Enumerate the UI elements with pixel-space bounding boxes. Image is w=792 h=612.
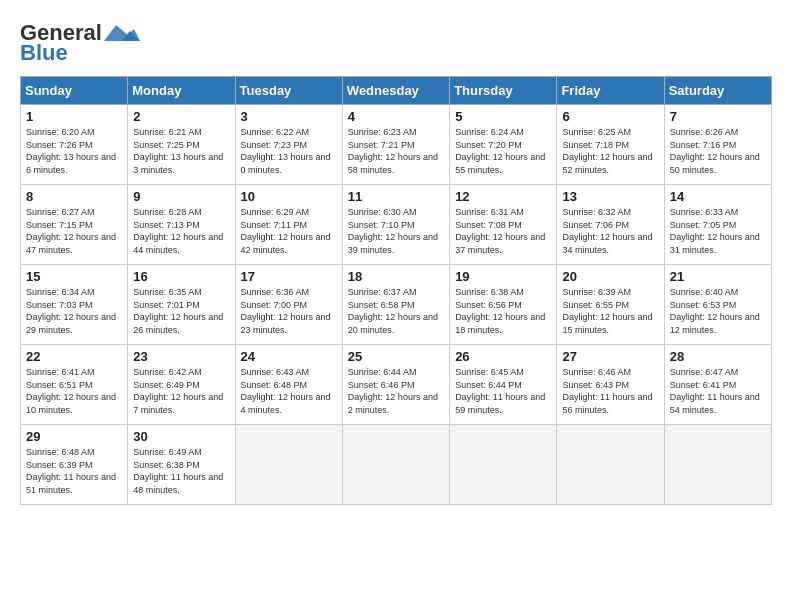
day-number: 5 (455, 109, 551, 124)
day-number: 11 (348, 189, 444, 204)
day-detail: Sunrise: 6:22 AM Sunset: 7:23 PM Dayligh… (241, 126, 337, 176)
day-detail: Sunrise: 6:39 AM Sunset: 6:55 PM Dayligh… (562, 286, 658, 336)
day-number: 10 (241, 189, 337, 204)
col-sunday: Sunday (21, 77, 128, 105)
day-number: 6 (562, 109, 658, 124)
day-number: 2 (133, 109, 229, 124)
day-detail: Sunrise: 6:24 AM Sunset: 7:20 PM Dayligh… (455, 126, 551, 176)
calendar-cell: 24 Sunrise: 6:43 AM Sunset: 6:48 PM Dayl… (235, 345, 342, 425)
day-detail: Sunrise: 6:20 AM Sunset: 7:26 PM Dayligh… (26, 126, 122, 176)
day-detail: Sunrise: 6:28 AM Sunset: 7:13 PM Dayligh… (133, 206, 229, 256)
day-number: 20 (562, 269, 658, 284)
day-number: 18 (348, 269, 444, 284)
day-detail: Sunrise: 6:33 AM Sunset: 7:05 PM Dayligh… (670, 206, 766, 256)
day-number: 17 (241, 269, 337, 284)
calendar-cell (235, 425, 342, 505)
day-number: 25 (348, 349, 444, 364)
day-detail: Sunrise: 6:47 AM Sunset: 6:41 PM Dayligh… (670, 366, 766, 416)
calendar-cell: 16 Sunrise: 6:35 AM Sunset: 7:01 PM Dayl… (128, 265, 235, 345)
calendar-cell: 15 Sunrise: 6:34 AM Sunset: 7:03 PM Dayl… (21, 265, 128, 345)
col-monday: Monday (128, 77, 235, 105)
calendar-week-row: 22 Sunrise: 6:41 AM Sunset: 6:51 PM Dayl… (21, 345, 772, 425)
col-saturday: Saturday (664, 77, 771, 105)
calendar-cell: 20 Sunrise: 6:39 AM Sunset: 6:55 PM Dayl… (557, 265, 664, 345)
day-detail: Sunrise: 6:48 AM Sunset: 6:39 PM Dayligh… (26, 446, 122, 496)
calendar-week-row: 1 Sunrise: 6:20 AM Sunset: 7:26 PM Dayli… (21, 105, 772, 185)
col-thursday: Thursday (450, 77, 557, 105)
calendar-cell: 5 Sunrise: 6:24 AM Sunset: 7:20 PM Dayli… (450, 105, 557, 185)
logo-icon (104, 21, 140, 45)
calendar-cell: 7 Sunrise: 6:26 AM Sunset: 7:16 PM Dayli… (664, 105, 771, 185)
day-detail: Sunrise: 6:26 AM Sunset: 7:16 PM Dayligh… (670, 126, 766, 176)
day-number: 23 (133, 349, 229, 364)
calendar-cell: 8 Sunrise: 6:27 AM Sunset: 7:15 PM Dayli… (21, 185, 128, 265)
day-number: 8 (26, 189, 122, 204)
day-detail: Sunrise: 6:49 AM Sunset: 6:38 PM Dayligh… (133, 446, 229, 496)
day-detail: Sunrise: 6:36 AM Sunset: 7:00 PM Dayligh… (241, 286, 337, 336)
day-number: 4 (348, 109, 444, 124)
calendar-cell: 22 Sunrise: 6:41 AM Sunset: 6:51 PM Dayl… (21, 345, 128, 425)
day-number: 21 (670, 269, 766, 284)
day-detail: Sunrise: 6:29 AM Sunset: 7:11 PM Dayligh… (241, 206, 337, 256)
calendar-week-row: 15 Sunrise: 6:34 AM Sunset: 7:03 PM Dayl… (21, 265, 772, 345)
calendar-cell: 29 Sunrise: 6:48 AM Sunset: 6:39 PM Dayl… (21, 425, 128, 505)
calendar-cell: 27 Sunrise: 6:46 AM Sunset: 6:43 PM Dayl… (557, 345, 664, 425)
day-detail: Sunrise: 6:42 AM Sunset: 6:49 PM Dayligh… (133, 366, 229, 416)
calendar-cell (664, 425, 771, 505)
day-number: 22 (26, 349, 122, 364)
calendar-cell: 19 Sunrise: 6:38 AM Sunset: 6:56 PM Dayl… (450, 265, 557, 345)
day-number: 27 (562, 349, 658, 364)
calendar-cell: 13 Sunrise: 6:32 AM Sunset: 7:06 PM Dayl… (557, 185, 664, 265)
day-detail: Sunrise: 6:32 AM Sunset: 7:06 PM Dayligh… (562, 206, 658, 256)
col-wednesday: Wednesday (342, 77, 449, 105)
calendar-cell: 21 Sunrise: 6:40 AM Sunset: 6:53 PM Dayl… (664, 265, 771, 345)
day-number: 14 (670, 189, 766, 204)
day-number: 7 (670, 109, 766, 124)
day-detail: Sunrise: 6:46 AM Sunset: 6:43 PM Dayligh… (562, 366, 658, 416)
logo: General Blue (20, 20, 140, 66)
day-detail: Sunrise: 6:21 AM Sunset: 7:25 PM Dayligh… (133, 126, 229, 176)
calendar-week-row: 29 Sunrise: 6:48 AM Sunset: 6:39 PM Dayl… (21, 425, 772, 505)
day-number: 9 (133, 189, 229, 204)
day-detail: Sunrise: 6:34 AM Sunset: 7:03 PM Dayligh… (26, 286, 122, 336)
day-number: 3 (241, 109, 337, 124)
day-number: 30 (133, 429, 229, 444)
calendar-cell: 12 Sunrise: 6:31 AM Sunset: 7:08 PM Dayl… (450, 185, 557, 265)
calendar-cell: 17 Sunrise: 6:36 AM Sunset: 7:00 PM Dayl… (235, 265, 342, 345)
calendar-week-row: 8 Sunrise: 6:27 AM Sunset: 7:15 PM Dayli… (21, 185, 772, 265)
calendar-cell: 30 Sunrise: 6:49 AM Sunset: 6:38 PM Dayl… (128, 425, 235, 505)
calendar-cell: 4 Sunrise: 6:23 AM Sunset: 7:21 PM Dayli… (342, 105, 449, 185)
day-number: 16 (133, 269, 229, 284)
day-number: 1 (26, 109, 122, 124)
calendar-cell: 18 Sunrise: 6:37 AM Sunset: 6:58 PM Dayl… (342, 265, 449, 345)
day-detail: Sunrise: 6:41 AM Sunset: 6:51 PM Dayligh… (26, 366, 122, 416)
day-detail: Sunrise: 6:40 AM Sunset: 6:53 PM Dayligh… (670, 286, 766, 336)
calendar-cell (450, 425, 557, 505)
day-number: 26 (455, 349, 551, 364)
calendar-cell: 23 Sunrise: 6:42 AM Sunset: 6:49 PM Dayl… (128, 345, 235, 425)
calendar-table: Sunday Monday Tuesday Wednesday Thursday… (20, 76, 772, 505)
logo-blue-text: Blue (20, 40, 68, 66)
calendar-cell: 28 Sunrise: 6:47 AM Sunset: 6:41 PM Dayl… (664, 345, 771, 425)
day-number: 15 (26, 269, 122, 284)
day-detail: Sunrise: 6:27 AM Sunset: 7:15 PM Dayligh… (26, 206, 122, 256)
calendar-cell: 3 Sunrise: 6:22 AM Sunset: 7:23 PM Dayli… (235, 105, 342, 185)
calendar-cell: 25 Sunrise: 6:44 AM Sunset: 6:46 PM Dayl… (342, 345, 449, 425)
day-detail: Sunrise: 6:25 AM Sunset: 7:18 PM Dayligh… (562, 126, 658, 176)
calendar-cell: 10 Sunrise: 6:29 AM Sunset: 7:11 PM Dayl… (235, 185, 342, 265)
day-number: 19 (455, 269, 551, 284)
day-number: 12 (455, 189, 551, 204)
day-detail: Sunrise: 6:35 AM Sunset: 7:01 PM Dayligh… (133, 286, 229, 336)
calendar-cell (557, 425, 664, 505)
calendar-cell: 14 Sunrise: 6:33 AM Sunset: 7:05 PM Dayl… (664, 185, 771, 265)
calendar-cell: 2 Sunrise: 6:21 AM Sunset: 7:25 PM Dayli… (128, 105, 235, 185)
calendar-cell: 26 Sunrise: 6:45 AM Sunset: 6:44 PM Dayl… (450, 345, 557, 425)
page-header: General Blue (20, 20, 772, 66)
day-detail: Sunrise: 6:31 AM Sunset: 7:08 PM Dayligh… (455, 206, 551, 256)
day-detail: Sunrise: 6:45 AM Sunset: 6:44 PM Dayligh… (455, 366, 551, 416)
day-detail: Sunrise: 6:30 AM Sunset: 7:10 PM Dayligh… (348, 206, 444, 256)
day-number: 24 (241, 349, 337, 364)
calendar-cell: 1 Sunrise: 6:20 AM Sunset: 7:26 PM Dayli… (21, 105, 128, 185)
calendar-header-row: Sunday Monday Tuesday Wednesday Thursday… (21, 77, 772, 105)
calendar-cell (342, 425, 449, 505)
